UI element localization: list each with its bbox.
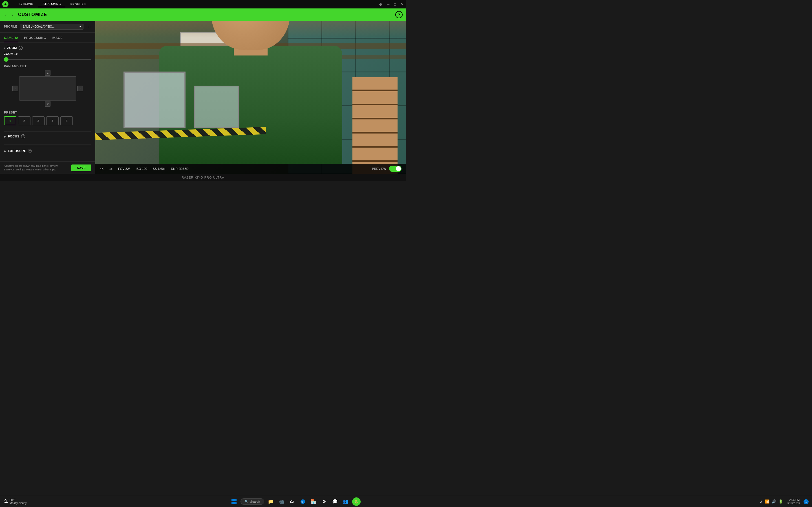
preview-label: PREVIEW — [372, 167, 386, 170]
pan-tilt-label: PAN AND TILT — [4, 64, 91, 68]
nav-profiles[interactable]: PROFILES — [66, 1, 90, 7]
zoom-value-label: ZOOM 1x — [4, 52, 91, 55]
zoom-help-button[interactable]: ? — [18, 46, 22, 50]
profile-select[interactable]: SAMSUNGGALAXYBO... ▾ — [20, 24, 84, 30]
minimize-icon[interactable]: ─ — [387, 2, 389, 6]
header-nav-buttons: ‹ › — [3, 12, 15, 18]
maximize-icon[interactable]: □ — [394, 2, 396, 6]
profile-dropdown-icon: ▾ — [80, 25, 81, 28]
save-button[interactable]: SAVE — [71, 165, 91, 171]
preset-button-3[interactable]: 3 — [32, 116, 45, 125]
focus-collapse-icon[interactable]: ▶ — [4, 135, 6, 138]
preset-button-5[interactable]: 5 — [60, 116, 73, 125]
exposure-section: ▶ EXPOSURE ? — [4, 146, 91, 158]
pan-up-button[interactable]: ∧ — [45, 70, 50, 76]
preview-status-bar: 4K 1x FOV 82° ISO 100 SS 1/60s DNR 2D&3D… — [95, 164, 406, 174]
settings-icon[interactable]: ⚙ — [379, 2, 382, 6]
zoom-slider-container — [4, 57, 91, 61]
page-title: CUSTOMIZE — [18, 12, 392, 17]
exposure-title: EXPOSURE — [8, 149, 26, 153]
bookshelf — [352, 77, 398, 174]
preset-section: PRESET 1 2 3 4 5 — [4, 111, 91, 125]
divider-1 — [4, 130, 91, 130]
exposure-collapse-icon[interactable]: ▶ — [4, 150, 6, 153]
tabs: CAMERA PROCESSING IMAGE — [0, 33, 95, 43]
header-bar: ‹ › CUSTOMIZE ? — [0, 8, 406, 21]
preset-button-4[interactable]: 4 — [46, 116, 59, 125]
zoom-slider[interactable] — [4, 59, 91, 60]
save-hint-line1: Adjustments are shown real-time in the P… — [4, 164, 67, 168]
device-bar: RAZER KIYO PRO ULTRA — [0, 174, 406, 181]
content-area: PROFILE SAMSUNGGALAXYBO... ▾ ··· CAMERA … — [0, 21, 406, 174]
pan-tilt-viewport — [19, 76, 76, 101]
pan-down-button[interactable]: ∨ — [45, 101, 50, 107]
preset-buttons: 1 2 3 4 5 — [4, 116, 91, 125]
tab-image[interactable]: IMAGE — [52, 34, 63, 42]
save-hint-line2: Save your settings to use them on other … — [4, 168, 67, 172]
save-hint: Adjustments are shown real-time in the P… — [4, 164, 67, 171]
exposure-section-header: ▶ EXPOSURE ? — [4, 149, 91, 153]
preset-label: PRESET — [4, 111, 91, 114]
sidebar: PROFILE SAMSUNGGALAXYBO... ▾ ··· CAMERA … — [0, 21, 95, 174]
window-controls: ⚙ ─ □ ✕ — [379, 2, 404, 6]
bg-window-2 — [194, 86, 239, 128]
preset-button-2[interactable]: 2 — [18, 116, 31, 125]
zoom-collapse-icon[interactable]: ▾ — [4, 47, 5, 50]
title-bar: ⊕ SYNAPSE STREAMING PROFILES ⚙ ─ □ ✕ — [0, 0, 406, 8]
preset-button-1[interactable]: 1 — [4, 116, 16, 125]
back-button[interactable]: ‹ — [3, 12, 8, 18]
focus-section: ▶ FOCUS ? — [4, 131, 91, 144]
profile-row: PROFILE SAMSUNGGALAXYBO... ▾ ··· — [0, 21, 95, 33]
zoom-current-value: 1x — [14, 52, 17, 55]
profile-label: PROFILE — [4, 25, 17, 28]
close-icon[interactable]: ✕ — [401, 2, 404, 6]
save-bar: Adjustments are shown real-time in the P… — [0, 161, 95, 174]
titlebar-nav: SYNAPSE STREAMING PROFILES — [14, 1, 373, 7]
camera-preview: 4K 1x FOV 82° ISO 100 SS 1/60s DNR 2D&3D… — [95, 21, 406, 174]
preview-toggle[interactable] — [389, 166, 402, 172]
status-resolution: 4K — [100, 167, 103, 170]
tab-processing[interactable]: PROCESSING — [24, 34, 46, 42]
toggle-knob — [396, 166, 401, 171]
zoom-section: ▾ ZOOM ? ZOOM 1x — [4, 46, 91, 61]
focus-help-button[interactable]: ? — [21, 134, 25, 138]
profile-value: SAMSUNGGALAXYBO... — [22, 25, 54, 28]
status-iso: ISO 100 — [136, 167, 147, 170]
person-body — [159, 46, 342, 164]
device-name: RAZER KIYO PRO ULTRA — [182, 176, 224, 179]
sidebar-content: ▾ ZOOM ? ZOOM 1x PAN AND TILT ∧ ∨ ‹ — [0, 43, 95, 161]
camera-feed: 4K 1x FOV 82° ISO 100 SS 1/60s DNR 2D&3D… — [95, 21, 406, 174]
exposure-help-button[interactable]: ? — [28, 149, 32, 153]
status-fov: FOV 82° — [118, 167, 130, 170]
preview-toggle-area: PREVIEW — [372, 166, 402, 172]
help-button[interactable]: ? — [395, 11, 403, 18]
nav-streaming[interactable]: STREAMING — [38, 1, 65, 7]
tab-camera[interactable]: CAMERA — [4, 34, 18, 42]
status-zoom: 1x — [109, 167, 112, 170]
bg-window-1 — [123, 71, 186, 128]
focus-section-header: ▶ FOCUS ? — [4, 134, 91, 138]
zoom-title: ZOOM — [7, 46, 17, 50]
focus-title: FOCUS — [8, 135, 19, 138]
nav-synapse[interactable]: SYNAPSE — [14, 1, 38, 7]
app-logo: ⊕ — [2, 1, 8, 7]
pan-tilt-control: ∧ ∨ ‹ › — [12, 70, 83, 107]
zoom-section-header: ▾ ZOOM ? — [4, 46, 91, 50]
divider-2 — [4, 145, 91, 145]
pan-tilt-section: PAN AND TILT ∧ ∨ ‹ › — [4, 64, 91, 107]
forward-button[interactable]: › — [10, 12, 15, 18]
status-shutter: SS 1/60s — [153, 167, 165, 170]
status-dnr: DNR 2D&3D — [171, 167, 188, 170]
pan-right-button[interactable]: › — [77, 86, 83, 91]
pan-left-button[interactable]: ‹ — [12, 86, 18, 91]
profile-more-button[interactable]: ··· — [86, 24, 91, 29]
